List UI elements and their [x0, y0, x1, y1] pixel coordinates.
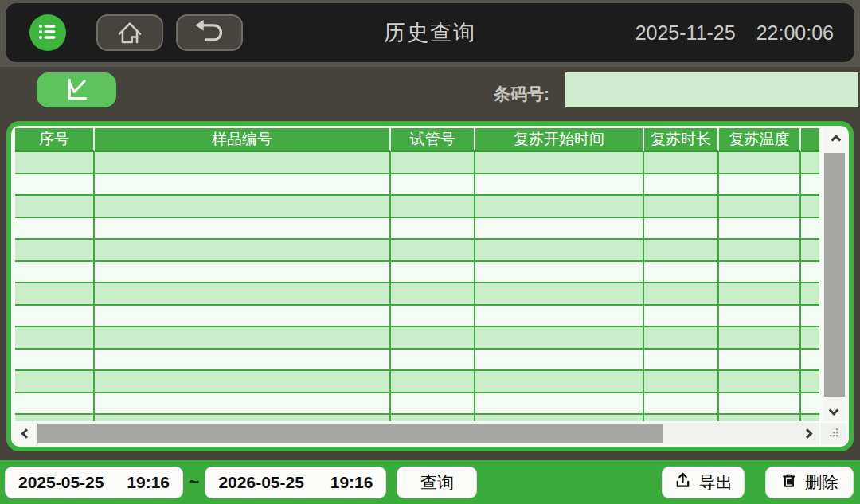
- scroll-right-button[interactable]: [797, 423, 819, 444]
- table-cell: [95, 174, 391, 195]
- table-cell: [719, 350, 801, 370]
- resize-grip-icon: [829, 427, 839, 441]
- menu-button[interactable]: [29, 14, 66, 51]
- clock-date: 2025-11-25: [635, 21, 736, 45]
- table-cell: [644, 240, 719, 260]
- table-cell: [95, 306, 391, 326]
- vertical-scrollbar-thumb[interactable]: [824, 153, 845, 397]
- table-row[interactable]: [15, 350, 819, 372]
- table-row[interactable]: [15, 240, 819, 262]
- table-cell: [15, 240, 95, 260]
- vertical-scrollbar[interactable]: [823, 128, 846, 421]
- table-row[interactable]: [15, 306, 819, 328]
- chevron-up-icon: [831, 135, 841, 145]
- range-separator: ~: [189, 471, 199, 493]
- barcode-input[interactable]: [565, 72, 858, 107]
- export-upload-icon: [674, 471, 692, 494]
- table-cell: [391, 327, 475, 348]
- top-bar-inner: 历史查询 2025-11-25 22:00:06: [6, 3, 854, 62]
- table-cell-spacer: [801, 174, 819, 195]
- chevron-down-icon: [828, 405, 838, 416]
- table-cell: [475, 415, 644, 421]
- table-cell-spacer: [801, 240, 819, 260]
- table-row[interactable]: [15, 218, 819, 240]
- table-row[interactable]: [15, 283, 819, 306]
- table-cell: [15, 218, 95, 239]
- table-cell-spacer: [801, 262, 819, 283]
- table-cell: [644, 174, 719, 195]
- column-header-1[interactable]: 序号: [15, 128, 95, 152]
- table-cell: [475, 262, 644, 283]
- table-cell: [15, 283, 95, 304]
- table-cell: [644, 196, 719, 217]
- scroll-up-button[interactable]: [823, 128, 846, 150]
- table-cell: [644, 350, 719, 370]
- column-header-spacer: [801, 128, 819, 152]
- table-cell: [15, 350, 95, 370]
- table-cell: [391, 196, 475, 217]
- trash-icon: [780, 471, 798, 494]
- back-button[interactable]: [176, 14, 243, 51]
- column-header-5[interactable]: 复苏时长: [644, 128, 719, 152]
- table-cell: [719, 327, 801, 348]
- chevron-left-icon: [21, 428, 31, 439]
- table-cell: [644, 218, 719, 239]
- table-cell: [475, 327, 644, 348]
- query-button[interactable]: 查询: [397, 467, 477, 498]
- table-row[interactable]: [15, 415, 819, 421]
- range-end-field[interactable]: 2026-05-25 19:16: [205, 467, 386, 498]
- table-cell: [644, 327, 719, 348]
- table-cell: [719, 262, 801, 283]
- table-row[interactable]: [15, 174, 819, 197]
- table-cell: [95, 152, 391, 173]
- range-start-time: 19:16: [127, 473, 170, 492]
- table-cell: [95, 371, 391, 392]
- column-header-3[interactable]: 试管号: [391, 128, 475, 152]
- history-table-panel: 序号样品编号试管号复苏开始时间复苏时长复苏温度: [6, 121, 854, 451]
- table-row[interactable]: [15, 371, 819, 393]
- scroll-down-button[interactable]: [823, 399, 846, 421]
- table-cell-spacer: [801, 306, 819, 326]
- table-header-row: 序号样品编号试管号复苏开始时间复苏时长复苏温度: [15, 128, 819, 152]
- delete-button[interactable]: 删除: [765, 467, 854, 498]
- table-cell: [475, 283, 644, 304]
- table-cell: [15, 393, 95, 414]
- table-cell: [15, 306, 95, 326]
- table-row[interactable]: [15, 393, 819, 416]
- table-row[interactable]: [15, 327, 819, 350]
- footer-bar: 2025-05-25 19:16 ~ 2026-05-25 19:16 查询 导…: [0, 460, 860, 504]
- table-cell: [719, 152, 801, 173]
- table-row[interactable]: [15, 262, 819, 284]
- scrollbar-corner[interactable]: [821, 423, 846, 444]
- table-cell: [719, 393, 801, 414]
- table-cell: [719, 283, 801, 304]
- table-cell: [15, 196, 95, 217]
- delete-button-label: 删除: [805, 471, 838, 494]
- column-header-6[interactable]: 复苏温度: [719, 128, 801, 152]
- table-cell: [475, 393, 644, 414]
- barcode-label: 条码号:: [494, 83, 549, 105]
- table-row[interactable]: [15, 196, 819, 218]
- clock-time: 22:00:06: [756, 21, 834, 45]
- table-cell: [391, 218, 475, 239]
- column-header-4[interactable]: 复苏开始时间: [475, 128, 644, 152]
- range-start-field[interactable]: 2025-05-25 19:16: [5, 467, 183, 498]
- home-button[interactable]: [96, 14, 163, 51]
- scroll-left-button[interactable]: [14, 423, 36, 444]
- table-cell: [644, 262, 719, 283]
- table-cell: [391, 393, 475, 414]
- chart-view-button[interactable]: [37, 72, 116, 107]
- table-cell: [95, 415, 391, 421]
- history-table: 序号样品编号试管号复苏开始时间复苏时长复苏温度: [15, 128, 819, 421]
- table-cell: [644, 306, 719, 326]
- table-cell: [719, 306, 801, 326]
- table-cell: [391, 415, 475, 421]
- table-row[interactable]: [15, 152, 819, 174]
- table-cell: [719, 415, 801, 421]
- table-cell-spacer: [801, 152, 819, 173]
- export-button[interactable]: 导出: [662, 467, 745, 498]
- horizontal-scrollbar[interactable]: [14, 423, 819, 444]
- table-cell: [15, 327, 95, 348]
- column-header-2[interactable]: 样品编号: [95, 128, 391, 152]
- horizontal-scrollbar-thumb[interactable]: [37, 424, 663, 443]
